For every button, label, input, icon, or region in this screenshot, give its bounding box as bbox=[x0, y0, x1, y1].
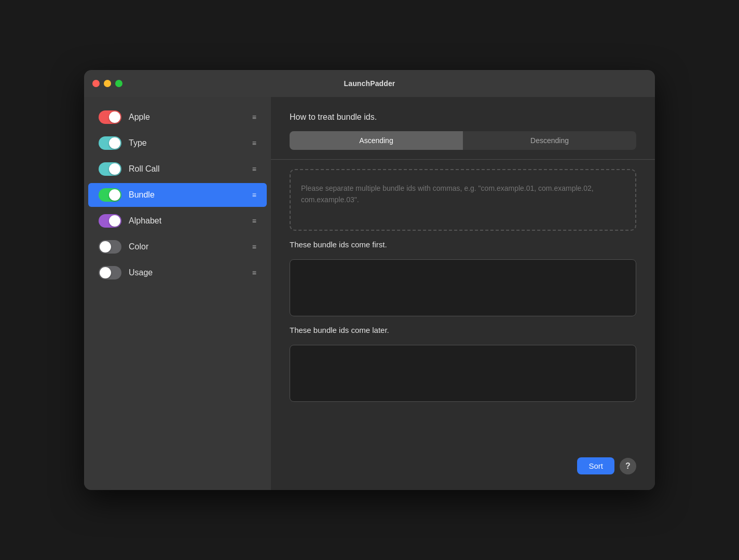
toggle-alphabet[interactable] bbox=[99, 214, 121, 228]
sort-order-control[interactable]: Ascending Descending bbox=[290, 131, 636, 150]
list-icon-rollcall[interactable]: ≡ bbox=[252, 165, 256, 173]
traffic-lights bbox=[92, 80, 122, 87]
list-icon-apple[interactable]: ≡ bbox=[252, 113, 256, 121]
bottom-bar: Sort ? bbox=[290, 452, 636, 474]
sidebar-item-bundle[interactable]: Bundle ≡ bbox=[88, 183, 267, 207]
list-icon-alphabet[interactable]: ≡ bbox=[252, 217, 256, 225]
descending-button[interactable]: Descending bbox=[463, 131, 636, 150]
sort-button[interactable]: Sort bbox=[577, 457, 614, 474]
toggle-apple[interactable] bbox=[99, 110, 121, 124]
right-panel: How to treat bundle ids. Ascending Desce… bbox=[271, 97, 655, 490]
close-button[interactable] bbox=[92, 80, 100, 87]
panel-description: How to treat bundle ids. bbox=[290, 113, 636, 122]
sidebar-label-apple: Apple bbox=[129, 113, 245, 122]
app-window: LaunchPadder Apple ≡ Type ≡ Roll Call ≡ bbox=[84, 70, 655, 490]
help-button[interactable]: ? bbox=[620, 458, 636, 474]
sidebar-item-usage[interactable]: Usage ≡ bbox=[88, 261, 267, 285]
toggle-color[interactable] bbox=[99, 240, 121, 254]
toggle-bundle[interactable] bbox=[99, 188, 121, 202]
bundle-later-textarea[interactable] bbox=[290, 345, 636, 402]
list-icon-usage[interactable]: ≡ bbox=[252, 269, 256, 277]
sidebar-label-usage: Usage bbox=[129, 268, 245, 277]
later-label: These bundle ids come later. bbox=[290, 326, 636, 334]
ascending-button[interactable]: Ascending bbox=[290, 131, 463, 150]
sidebar-item-apple[interactable]: Apple ≡ bbox=[88, 105, 267, 129]
sidebar-item-alphabet[interactable]: Alphabet ≡ bbox=[88, 209, 267, 233]
sidebar-item-color[interactable]: Color ≡ bbox=[88, 235, 267, 259]
sidebar-item-type[interactable]: Type ≡ bbox=[88, 131, 267, 155]
first-label: These bundle ids come first. bbox=[290, 240, 636, 249]
sidebar-item-rollcall[interactable]: Roll Call ≡ bbox=[88, 157, 267, 181]
toggle-type[interactable] bbox=[99, 136, 121, 150]
window-title: LaunchPadder bbox=[344, 79, 395, 88]
sidebar-label-type: Type bbox=[129, 138, 245, 148]
sidebar-label-alphabet: Alphabet bbox=[129, 216, 245, 226]
list-icon-type[interactable]: ≡ bbox=[252, 139, 256, 147]
bundle-ids-placeholder-input[interactable] bbox=[290, 169, 636, 231]
maximize-button[interactable] bbox=[115, 80, 122, 87]
divider bbox=[271, 159, 655, 160]
sidebar-label-color: Color bbox=[129, 242, 245, 251]
main-content: Apple ≡ Type ≡ Roll Call ≡ Bundle ≡ bbox=[84, 97, 655, 490]
sidebar-label-bundle: Bundle bbox=[129, 190, 245, 200]
list-icon-color[interactable]: ≡ bbox=[252, 243, 256, 251]
toggle-rollcall[interactable] bbox=[99, 162, 121, 176]
list-icon-bundle[interactable]: ≡ bbox=[252, 191, 256, 199]
sidebar: Apple ≡ Type ≡ Roll Call ≡ Bundle ≡ bbox=[84, 97, 271, 490]
toggle-usage[interactable] bbox=[99, 266, 121, 279]
sidebar-label-rollcall: Roll Call bbox=[129, 164, 245, 174]
title-bar: LaunchPadder bbox=[84, 70, 655, 97]
bundle-first-textarea[interactable] bbox=[290, 259, 636, 316]
minimize-button[interactable] bbox=[104, 80, 111, 87]
